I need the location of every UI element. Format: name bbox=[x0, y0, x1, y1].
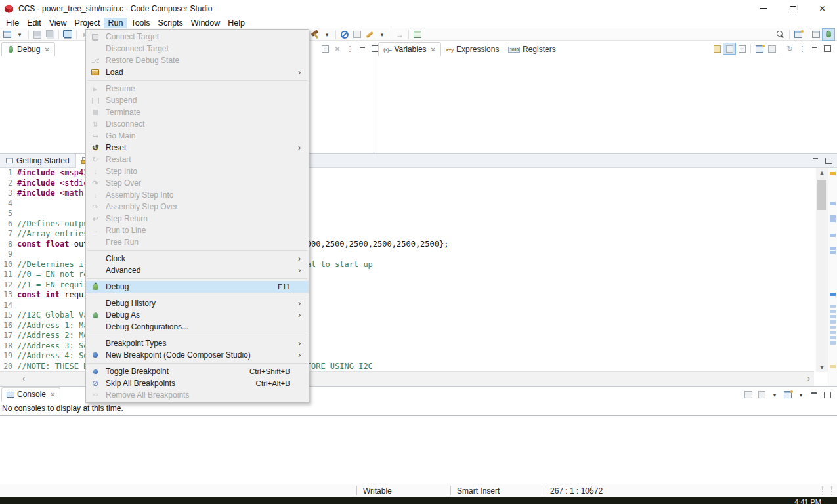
expressions-view-tab[interactable]: x+y Expressions bbox=[441, 43, 504, 56]
menu-edit[interactable]: Edit bbox=[23, 18, 45, 28]
scroll-right-icon[interactable]: › bbox=[807, 374, 810, 383]
variables-tab-close-icon[interactable]: ✕ bbox=[431, 46, 436, 53]
bug-icon[interactable] bbox=[823, 29, 834, 40]
wmin-icon[interactable] bbox=[356, 43, 368, 54]
copy-win-icon[interactable] bbox=[766, 43, 778, 54]
menu-item-debug-history[interactable]: Debug History› bbox=[86, 297, 309, 309]
last-edit-icon[interactable] bbox=[394, 29, 406, 40]
save-icon[interactable] bbox=[32, 29, 43, 40]
menu-item-toggle-breakpoint[interactable]: Toggle BreakpointCtrl+Shift+B bbox=[86, 366, 309, 377]
viewmenu-icon[interactable] bbox=[344, 43, 356, 54]
menu-item-remove-all-breakpoints[interactable]: Remove All Breakpoints bbox=[86, 389, 309, 401]
scroll-left-icon[interactable]: ‹ bbox=[22, 374, 25, 383]
collapse-icon[interactable] bbox=[319, 43, 331, 54]
menu-view[interactable]: View bbox=[45, 18, 71, 28]
caret-icon[interactable] bbox=[321, 29, 333, 40]
menu-item-disconnect[interactable]: Disconnect bbox=[86, 118, 309, 130]
save-all-icon[interactable] bbox=[44, 29, 56, 40]
menu-item-skip-all-breakpoints[interactable]: Skip All BreakpointsCtrl+Alt+B bbox=[86, 377, 309, 389]
resource-persp-icon[interactable] bbox=[810, 29, 822, 40]
annotation-mark[interactable] bbox=[830, 172, 836, 175]
annotation-mark[interactable] bbox=[830, 315, 836, 318]
menu-item-debug[interactable]: DebugF11 bbox=[86, 281, 309, 293]
annotation-mark[interactable] bbox=[830, 336, 836, 339]
menu-item-assembly-step-over[interactable]: Assembly Step Over bbox=[86, 201, 309, 213]
annotation-mark[interactable] bbox=[830, 293, 836, 296]
menu-item-debug-as[interactable]: Debug As› bbox=[86, 309, 309, 321]
registers-view-tab[interactable]: 1010 Registers bbox=[504, 43, 560, 56]
viewmenu-icon[interactable] bbox=[796, 43, 808, 54]
menu-item-go-main[interactable]: Go Main bbox=[86, 130, 309, 142]
console-view-tab[interactable]: Console ✕ bbox=[1, 387, 60, 402]
box-icon[interactable] bbox=[756, 389, 767, 400]
open-persp-icon[interactable] bbox=[754, 43, 765, 54]
menu-item-new-breakpoint-code-composer-studio[interactable]: New Breakpoint (Code Composer Studio)› bbox=[86, 349, 309, 361]
menu-tools[interactable]: Tools bbox=[127, 18, 154, 28]
menu-item-connect-target[interactable]: Connect Target bbox=[86, 31, 309, 43]
menu-help[interactable]: Help bbox=[224, 18, 249, 28]
annotation-mark[interactable] bbox=[830, 202, 836, 205]
annotation-mark[interactable] bbox=[830, 219, 836, 222]
menu-item-terminate[interactable]: Terminate bbox=[86, 106, 309, 118]
variables-view-tab[interactable]: (x)= Variables ✕ bbox=[378, 42, 441, 56]
menu-item-advanced[interactable]: Advanced› bbox=[86, 264, 309, 276]
editor-maximize-icon[interactable] bbox=[823, 155, 834, 166]
close-icon[interactable] bbox=[807, 0, 837, 17]
overview-ruler[interactable] bbox=[828, 168, 837, 387]
box-icon[interactable] bbox=[723, 43, 735, 54]
minimize-icon[interactable] bbox=[748, 0, 778, 17]
menu-run[interactable]: Run bbox=[104, 18, 127, 28]
menu-scripts[interactable]: Scripts bbox=[154, 18, 187, 28]
open-persp-icon[interactable] bbox=[782, 389, 794, 400]
wmin-icon[interactable] bbox=[809, 43, 821, 54]
menu-item-step-return[interactable]: Step Return bbox=[86, 213, 309, 224]
annotation-mark[interactable] bbox=[830, 341, 836, 345]
panel-divider[interactable] bbox=[374, 41, 374, 153]
menu-item-step-into[interactable]: Step Into bbox=[86, 165, 309, 177]
annotation-mark[interactable] bbox=[830, 320, 836, 324]
refresh-icon[interactable] bbox=[784, 43, 796, 54]
caret-icon[interactable] bbox=[14, 29, 26, 40]
menu-window[interactable]: Window bbox=[187, 18, 224, 28]
menu-item-debug-configurations[interactable]: Debug Configurations... bbox=[86, 321, 309, 333]
annotation-mark[interactable] bbox=[830, 331, 836, 334]
annotation-mark[interactable] bbox=[830, 365, 836, 368]
scrollbar-thumb[interactable] bbox=[817, 180, 826, 210]
copy-win-icon[interactable] bbox=[351, 29, 363, 40]
open-persp-icon[interactable] bbox=[792, 29, 804, 40]
annotation-mark[interactable] bbox=[830, 304, 836, 308]
pen-icon[interactable] bbox=[364, 29, 376, 40]
caret-icon[interactable] bbox=[795, 389, 807, 400]
menu-project[interactable]: Project bbox=[71, 18, 104, 28]
scroll-up-icon[interactable]: ▲ bbox=[816, 168, 828, 177]
editor-minimize-icon[interactable] bbox=[809, 155, 821, 166]
wmin-icon[interactable] bbox=[808, 389, 820, 400]
debug-view-tab[interactable]: Debug ✕ bbox=[1, 42, 55, 56]
menu-item-free-run[interactable]: Free Run bbox=[86, 236, 309, 248]
caret-icon[interactable] bbox=[769, 389, 781, 400]
vertical-scrollbar[interactable]: ▲ ▼ bbox=[816, 168, 828, 372]
new-win-icon[interactable] bbox=[412, 29, 423, 40]
debug-tab-close-icon[interactable]: ✕ bbox=[44, 46, 49, 53]
search-mag-icon[interactable] bbox=[775, 29, 786, 40]
annotation-mark[interactable] bbox=[830, 310, 836, 313]
annotation-mark[interactable] bbox=[830, 326, 836, 329]
caret-icon[interactable] bbox=[376, 29, 388, 40]
menu-item-assembly-step-into[interactable]: Assembly Step Into bbox=[86, 189, 309, 201]
hammer-icon[interactable] bbox=[309, 29, 320, 40]
scroll-down-icon[interactable]: ▼ bbox=[816, 363, 828, 372]
menu-item-disconnect-target[interactable]: Disconnect Target bbox=[86, 43, 309, 54]
annotation-mark[interactable] bbox=[830, 247, 836, 250]
menu-item-restore-debug-state[interactable]: Restore Debug State bbox=[86, 54, 309, 66]
annotation-mark[interactable] bbox=[830, 251, 836, 254]
restore-icon[interactable] bbox=[778, 0, 807, 17]
copy-win-icon[interactable] bbox=[742, 389, 754, 400]
new-wizard-icon[interactable] bbox=[1, 29, 13, 40]
wmax-icon[interactable] bbox=[821, 43, 833, 54]
tab-getting-started[interactable]: Getting Started bbox=[0, 154, 76, 168]
windows-taskbar[interactable]: 4:41 PM bbox=[0, 497, 837, 504]
collapse-icon[interactable] bbox=[736, 43, 748, 54]
console-tab-close-icon[interactable]: ✕ bbox=[50, 391, 55, 398]
wmax-icon[interactable] bbox=[821, 389, 833, 400]
menu-item-resume[interactable]: Resume bbox=[86, 83, 309, 94]
